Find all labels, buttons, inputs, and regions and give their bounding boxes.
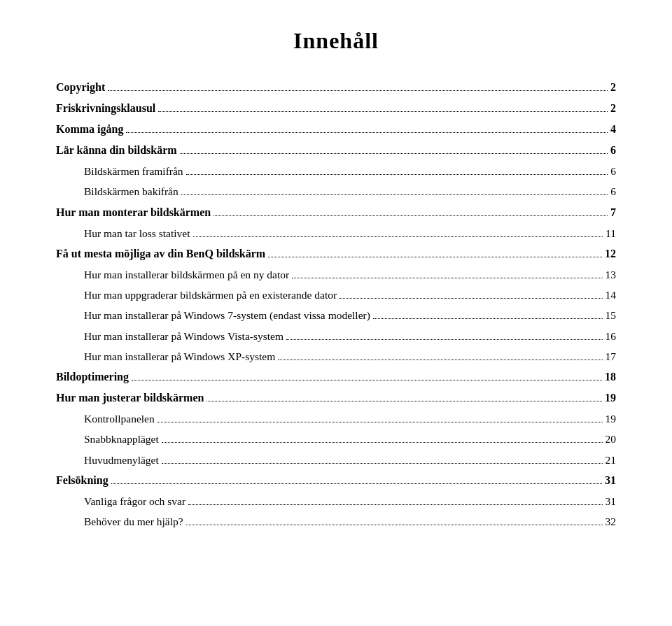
toc-entry: Hur man installerar på Windows XP-system… [56, 348, 616, 364]
toc-label: Hur man installerar på Windows XP-system [84, 348, 275, 364]
toc-dots [126, 132, 608, 133]
toc-dots [186, 174, 608, 175]
toc-dots [292, 278, 602, 278]
toc-dots [158, 111, 608, 112]
toc-page: 6 [610, 163, 616, 179]
toc-entry: Hur man installerar bildskärmen på en ny… [56, 266, 616, 283]
toc-label: Lär känna din bildskärm [56, 142, 177, 159]
toc-page: 7 [610, 204, 616, 221]
toc-entry: Hur man installerar på Windows 7-system … [56, 307, 616, 323]
toc-dots [268, 257, 602, 257]
toc-page: 2 [610, 79, 616, 96]
toc-label: Hur man installerar bildskärmen på en ny… [84, 266, 289, 283]
toc-dots [108, 90, 608, 91]
toc-page: 12 [605, 246, 616, 262]
toc-dots [206, 401, 602, 401]
toc-entry: Hur man installerar på Windows Vista-sys… [56, 328, 616, 344]
toc-page: 20 [606, 431, 617, 447]
toc-page: 6 [610, 183, 616, 199]
table-of-contents: Copyright2Friskrivningsklausul2Komma igå… [56, 79, 616, 529]
toc-page: 16 [606, 328, 617, 344]
toc-entry: Få ut mesta möjliga av din BenQ bildskär… [56, 246, 616, 262]
toc-page: 18 [605, 369, 616, 385]
toc-entry: Behöver du mer hjälp?32 [56, 513, 616, 529]
toc-page: 31 [606, 493, 617, 509]
toc-entry: Snabbknappläget20 [56, 431, 616, 447]
toc-page: 15 [606, 307, 617, 323]
toc-entry: Copyright2 [56, 79, 616, 96]
toc-page: 19 [605, 390, 616, 406]
toc-entry: Bildoptimering18 [56, 369, 616, 385]
toc-entry: Kontrollpanelen19 [56, 411, 616, 427]
toc-label: Copyright [56, 79, 105, 96]
toc-entry: Huvudmenyläget21 [56, 452, 616, 468]
toc-entry: Hur man justerar bildskärmen19 [56, 390, 616, 406]
toc-dots [214, 215, 608, 216]
toc-page: 2 [610, 100, 616, 117]
toc-label: Friskrivningsklausul [56, 100, 155, 117]
toc-page: 21 [606, 452, 617, 468]
toc-label: Hur man uppgraderar bildskärmen på en ex… [84, 287, 337, 303]
toc-dots [286, 339, 602, 340]
toc-dots [162, 442, 603, 443]
toc-label: Snabbknappläget [84, 431, 159, 447]
toc-dots [180, 153, 608, 154]
toc-label: Kontrollpanelen [84, 411, 155, 427]
toc-label: Hur man tar loss stativet [84, 225, 190, 241]
toc-page: 14 [606, 287, 617, 303]
toc-label: Bildskärmen bakifrån [84, 183, 178, 199]
toc-entry: Hur man uppgraderar bildskärmen på en ex… [56, 287, 616, 303]
toc-label: Komma igång [56, 121, 123, 138]
toc-entry: Bildskärmen bakifrån6 [56, 183, 616, 199]
toc-dots [188, 504, 602, 505]
toc-dots [181, 194, 608, 195]
toc-dots [186, 525, 603, 525]
toc-page: 32 [606, 513, 617, 529]
toc-label: Hur man monterar bildskärmen [56, 204, 211, 221]
toc-label: Behöver du mer hjälp? [84, 513, 183, 529]
toc-dots [111, 483, 602, 484]
toc-dots [373, 318, 603, 319]
toc-label: Hur man justerar bildskärmen [56, 390, 204, 406]
toc-dots [158, 422, 603, 422]
toc-dots [162, 463, 603, 464]
toc-label: Vanliga frågor och svar [84, 493, 186, 509]
toc-page: 17 [606, 348, 617, 364]
toc-label: Hur man installerar på Windows 7-system … [84, 307, 370, 323]
toc-entry: Hur man tar loss stativet11 [56, 225, 616, 241]
toc-page: 19 [606, 411, 617, 427]
toc-page: 13 [606, 266, 617, 283]
toc-page: 11 [606, 225, 616, 241]
toc-dots [132, 380, 602, 380]
toc-label: Bildskärmen framifrån [84, 163, 183, 179]
toc-page: 6 [610, 142, 616, 159]
page-title: Innehåll [56, 28, 616, 54]
toc-dots [340, 298, 602, 299]
toc-page: 4 [610, 121, 616, 138]
toc-dots [278, 360, 602, 360]
toc-entry: Bildskärmen framifrån6 [56, 163, 616, 179]
toc-label: Bildoptimering [56, 369, 129, 385]
toc-entry: Felsökning31 [56, 472, 616, 489]
toc-entry: Friskrivningsklausul2 [56, 100, 616, 117]
toc-label: Få ut mesta möjliga av din BenQ bildskär… [56, 246, 265, 262]
toc-label: Huvudmenyläget [84, 452, 159, 468]
toc-entry: Hur man monterar bildskärmen7 [56, 204, 616, 221]
toc-page: 31 [605, 472, 616, 489]
toc-entry: Lär känna din bildskärm6 [56, 142, 616, 159]
toc-entry: Vanliga frågor och svar31 [56, 493, 616, 509]
toc-dots [193, 236, 603, 237]
toc-entry: Komma igång4 [56, 121, 616, 138]
toc-label: Felsökning [56, 472, 108, 489]
toc-label: Hur man installerar på Windows Vista-sys… [84, 328, 284, 344]
